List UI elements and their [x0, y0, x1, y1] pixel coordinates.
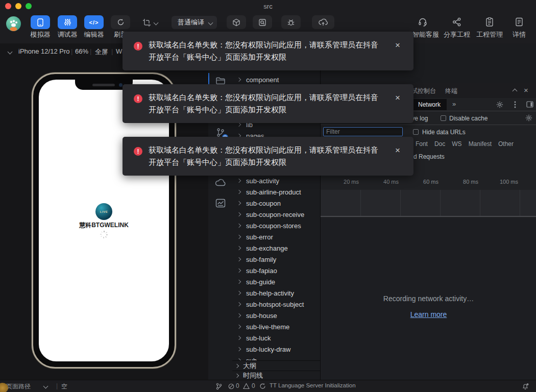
outline-section-header[interactable]: 大纲 [232, 360, 320, 371]
toast-close-icon[interactable]: × [395, 40, 400, 51]
tree-item[interactable]: sub-help-activity [232, 288, 320, 298]
more-tabs-button[interactable]: » [452, 100, 456, 108]
share-icon [452, 17, 462, 27]
smart-support-button[interactable] [418, 17, 428, 27]
app-logo-text: LIVE [100, 210, 108, 213]
error-toast: !获取域名白名单失败：您没有权限访问此应用，请联系管理员在抖音开放平台「账号中心… [123, 32, 413, 70]
errors-count: 0 [236, 382, 239, 389]
editor-button[interactable]: </> [84, 15, 104, 29]
toast-message: 获取域名白名单失败：您没有权限访问此应用，请联系管理员在抖音开放平台「账号中心」… [149, 144, 378, 168]
tree-item[interactable]: sub-airline-product [232, 187, 320, 197]
tree-item[interactable]: sub-guide [232, 277, 320, 286]
tree-item[interactable]: sub-hotspot-subject [232, 300, 320, 309]
app-name: 慧科BTGWELINK [39, 221, 169, 230]
share-project-button[interactable] [452, 17, 462, 27]
project-management-button[interactable] [484, 17, 495, 27]
performance-view-button[interactable] [208, 194, 232, 212]
toast-close-icon[interactable]: × [395, 145, 400, 156]
timeline-tick-label: 20 ms [328, 179, 359, 185]
tree-item[interactable]: sub-coupon-receive [232, 210, 320, 219]
page-path-label[interactable]: 页面路径 [6, 382, 31, 391]
timeline-tick-label: 80 ms [448, 179, 478, 185]
tree-item[interactable]: sub-exchange [232, 243, 320, 253]
device-collapse-chevron-icon[interactable] [8, 50, 13, 55]
chevron-right-icon [237, 313, 241, 317]
resource-filter-manifest[interactable]: Manifest [469, 140, 492, 148]
details-button[interactable] [514, 17, 524, 27]
tree-item-label: sub-hotspot-subject [246, 301, 304, 308]
tree-item[interactable]: sub-family [232, 255, 320, 264]
code-audit-button[interactable] [253, 15, 272, 29]
tree-item[interactable]: sub-fapiao [232, 266, 320, 275]
error-toast: !获取域名白名单失败：您没有权限访问此应用，请联系管理员在抖音开放平台「账号中心… [123, 137, 413, 176]
tab-terminal[interactable]: 终端 [445, 87, 457, 95]
package-icon [232, 18, 240, 27]
warnings-count: 0 [252, 382, 255, 389]
chevron-right-icon [237, 325, 241, 329]
screenshot-icon [142, 18, 151, 27]
tree-item[interactable]: sub-activity [232, 176, 320, 185]
tree-item[interactable]: sub-luck [232, 333, 320, 342]
notifications-bell-icon[interactable] [522, 383, 529, 390]
compile-mode-dropdown[interactable]: 普通编译 [172, 16, 217, 29]
upload-button[interactable] [312, 15, 334, 29]
disable-cache-checkbox[interactable] [441, 115, 446, 121]
app-logo: LIVE [95, 203, 112, 220]
page-path-chevron-icon[interactable] [43, 384, 48, 389]
tree-item-label: sub-exchange [246, 244, 288, 252]
device-selector[interactable]: iPhone 12/12 Pro [18, 47, 69, 55]
tree-item[interactable]: sub-lucky-draw [232, 345, 320, 354]
resource-filter-font[interactable]: Font [416, 140, 428, 148]
cloud-view-button[interactable] [208, 174, 232, 191]
resource-filter-ws[interactable]: WS [452, 140, 461, 148]
resource-filter-other[interactable]: Other [498, 140, 514, 148]
devtools-panel: 调试控制台 终端 × Network » [320, 83, 536, 380]
git-branch-icon[interactable] [216, 383, 222, 390]
fullscreen-toggle[interactable]: 全屏 [95, 47, 108, 57]
tree-item[interactable]: component [232, 75, 320, 84]
zoom-selector[interactable]: 66% [75, 47, 88, 55]
dock-side-icon[interactable] [526, 101, 533, 108]
chevron-right-icon [237, 212, 241, 216]
headset-icon [418, 17, 428, 27]
tree-item[interactable]: sub-error [232, 232, 320, 241]
debugger-button[interactable] [58, 15, 77, 29]
resource-filter-doc[interactable]: Doc [434, 140, 445, 148]
settings-gear-icon[interactable] [496, 101, 503, 108]
page-path-value: 空 [61, 382, 67, 391]
panel-close-icon[interactable]: × [524, 86, 528, 94]
user-avatar[interactable] [6, 16, 21, 31]
screenshot-button[interactable] [142, 18, 151, 27]
errors-icon[interactable] [228, 383, 234, 389]
grid-line [400, 190, 401, 216]
sync-icon[interactable] [259, 383, 266, 389]
screenshot-dropdown-chevron-icon[interactable] [154, 20, 159, 26]
phone-camera [119, 83, 123, 87]
separator: | [56, 382, 58, 389]
tree-item[interactable]: sub-house [232, 311, 320, 320]
panel-maximize-icon[interactable] [513, 89, 518, 94]
tree-item[interactable]: sub-live-theme [232, 322, 320, 331]
network-empty-area: Recording network activity… Learn more [321, 218, 536, 380]
toast-close-icon[interactable]: × [395, 93, 400, 103]
hide-data-urls-checkbox[interactable] [413, 129, 419, 135]
refresh-button[interactable] [111, 15, 130, 29]
timeline-section-header[interactable]: 时间线 [232, 371, 320, 380]
tree-item[interactable]: sub-coupon [232, 199, 320, 208]
simulator-button[interactable] [31, 15, 50, 29]
clipboard-icon [484, 17, 495, 27]
chevron-right-icon [237, 235, 241, 239]
debug-test-button[interactable] [281, 15, 301, 29]
hide-data-urls-label: Hide data URLs [422, 129, 466, 136]
filter-input[interactable] [323, 127, 403, 136]
tab-network[interactable]: Network [412, 99, 447, 110]
tree-item[interactable]: sub-coupon-stores [232, 221, 320, 230]
tree-item-label: sub-luck [246, 334, 271, 342]
network-settings-gear-icon[interactable] [525, 114, 532, 121]
package-preview-button[interactable] [227, 15, 246, 29]
tree-item-label: component [246, 76, 279, 84]
warnings-icon[interactable] [243, 383, 250, 389]
tree-item-label: sub-error [246, 233, 273, 241]
learn-more-link[interactable]: Learn more [321, 310, 536, 318]
kebab-menu-icon[interactable] [514, 101, 516, 109]
